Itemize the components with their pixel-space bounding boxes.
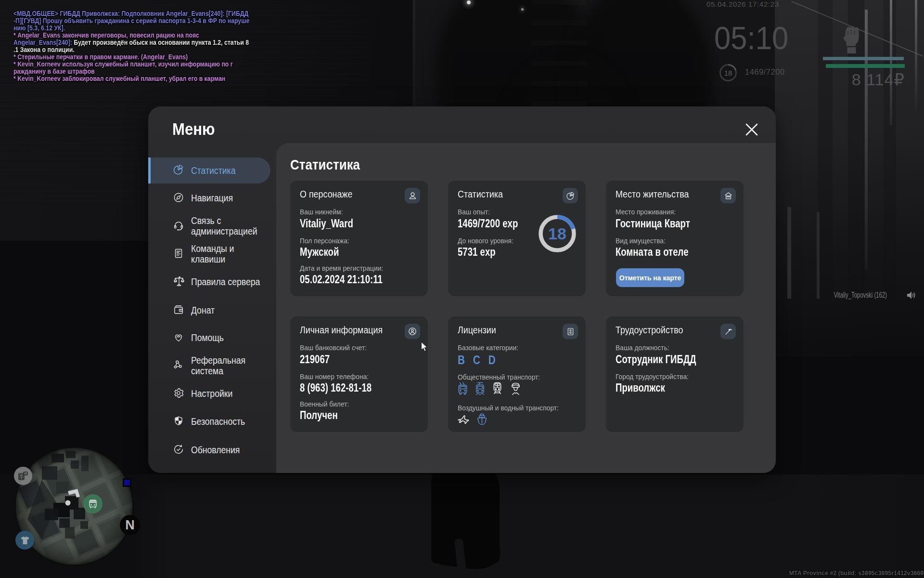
svg-text:18: 18 (548, 224, 566, 243)
svg-text:18: 18 (724, 69, 732, 77)
